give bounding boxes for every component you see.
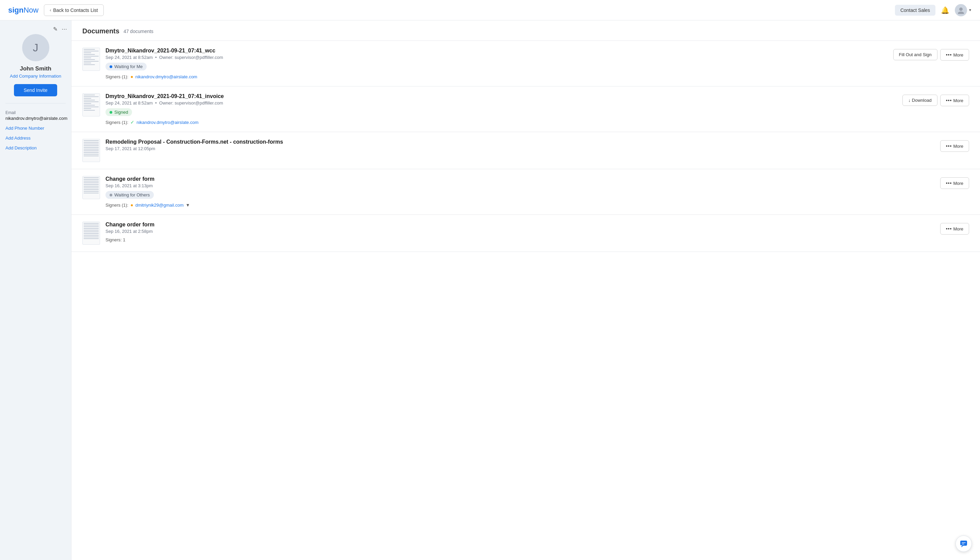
badge-dot-icon [110,194,112,197]
avatar [955,4,967,16]
badge-dot-icon [110,65,112,68]
signer-status-icon: ● [130,202,133,208]
doc-actions: Fill Out and Sign ••• More [893,49,969,61]
download-button[interactable]: ↓ Download [902,95,937,106]
download-icon: ↓ [908,98,910,103]
table-row: Change order form Sep 16, 2021 at 3:13pm… [72,169,980,215]
doc-content: Dmytro_Nikandrov_2021-09-21_07:41_invoic… [105,93,897,125]
doc-content: Dmytro_Nikandrov_2021-09-21_07:41_wcc Se… [105,48,888,79]
more-label: More [953,181,963,186]
main-content: Documents 47 documents [72,20,980,560]
sidebar-actions: ✎ ⋯ [53,26,67,32]
contact-sidebar: ✎ ⋯ J John Smith Add Company Information… [0,20,72,560]
doc-content: Change order form Sep 16, 2021 at 3:13pm… [105,176,935,208]
send-invite-button[interactable]: Send Invite [14,84,57,96]
add-address-link[interactable]: Add Address [5,135,66,141]
doc-actions: ••• More [940,177,969,189]
more-button[interactable]: ••• More [940,223,969,235]
doc-actions: ↓ Download ••• More [902,95,969,106]
table-row: Remodeling Proposal - Construction-Forms… [72,132,980,169]
fill-out-sign-label: Fill Out and Sign [899,52,932,57]
table-row: Dmytro_Nikandrov_2021-09-21_07:41_wcc Se… [72,41,980,87]
doc-actions: ••• More [940,223,969,235]
more-options-button[interactable]: ⋯ [62,26,67,32]
more-dots-icon: ••• [946,143,952,149]
fill-out-sign-button[interactable]: Fill Out and Sign [893,49,937,60]
svg-point-0 [959,7,963,11]
status-badge: Signed [105,108,132,116]
doc-thumbnail [82,176,100,199]
doc-actions: ••• More [940,140,969,152]
signers-info: Signers (1): ● dmitriynik29@gmail.com ▼ [105,202,935,208]
more-dots-icon: ••• [946,180,952,186]
signers-info: Signers (1): ✓ nikandrov.dmytro@airslate… [105,120,897,125]
signers-label: Signers: 1 [105,237,126,242]
email-label: Email [5,110,66,115]
logo: signNow [8,6,38,15]
more-button[interactable]: ••• More [940,177,969,189]
table-row: Change order form Sep 16, 2021 at 2:58pm… [72,215,980,252]
signers-label: Signers (1): [105,203,128,208]
doc-name: Change order form [105,176,935,182]
doc-name: Change order form [105,222,935,228]
add-company-link[interactable]: Add Company Information [10,73,61,78]
add-description-link[interactable]: Add Description [5,145,66,150]
doc-thumbnail [82,139,100,162]
doc-thumbnail [82,222,100,245]
add-phone-link[interactable]: Add Phone Number [5,126,66,131]
user-avatar-dropdown[interactable]: ▼ [955,4,972,16]
documents-title: Documents [82,27,120,35]
doc-meta: Sep 16, 2021 at 3:13pm [105,183,935,188]
signer-status-icon: ✓ [130,120,135,125]
more-dots-icon: ••• [946,52,952,58]
signers-info: Signers: 1 [105,237,935,242]
signer-dropdown-icon[interactable]: ▼ [185,203,190,208]
chat-bubble-button[interactable] [955,535,972,552]
app-header: signNow ‹ Back to Contacts List Contact … [0,0,980,20]
more-button[interactable]: ••• More [940,49,969,61]
more-button[interactable]: ••• More [940,140,969,152]
signer-email[interactable]: dmitriynik29@gmail.com [135,203,184,208]
doc-meta: Sep 17, 2021 at 12:05pm [105,146,935,151]
svg-point-1 [958,12,964,14]
more-label: More [953,144,963,149]
more-label: More [953,52,963,58]
doc-content: Change order form Sep 16, 2021 at 2:58pm… [105,222,935,242]
signer-status-icon: ● [130,74,133,79]
back-to-contacts-button[interactable]: ‹ Back to Contacts List [44,5,104,16]
badge-label: Signed [114,110,128,115]
table-row: Dmytro_Nikandrov_2021-09-21_07:41_invoic… [72,87,980,132]
signer-email[interactable]: nikandrov.dmytro@airslate.com [136,120,198,125]
status-badge: Waiting for Me [105,63,146,70]
email-value: nikandrov.dmytro@airslate.com [5,116,66,121]
doc-thumbnail [82,48,100,71]
doc-name: Remodeling Proposal - Construction-Forms… [105,139,935,145]
main-layout: ✎ ⋯ J John Smith Add Company Information… [0,20,980,560]
badge-dot-icon [110,111,112,114]
contact-name: John Smith [20,65,52,72]
contact-info: Email nikandrov.dmytro@airslate.com Add … [5,110,66,150]
more-dots-icon: ••• [946,226,952,232]
more-button[interactable]: ••• More [940,95,969,106]
notification-bell-icon[interactable]: 🔔 [941,6,949,14]
doc-meta: Sep 16, 2021 at 2:58pm [105,229,935,234]
contact-sales-button[interactable]: Contact Sales [895,5,935,16]
logo-now: Now [23,6,38,14]
doc-meta: Sep 24, 2021 at 8:52am • Owner: supervis… [105,100,897,105]
more-dots-icon: ••• [946,98,952,103]
signer-email[interactable]: nikandrov.dmytro@airslate.com [135,74,197,79]
signers-label: Signers (1): [105,74,128,79]
doc-content: Remodeling Proposal - Construction-Forms… [105,139,935,151]
back-button-label: Back to Contacts List [53,7,98,13]
documents-header: Documents 47 documents [72,20,980,41]
doc-name: Dmytro_Nikandrov_2021-09-21_07:41_wcc [105,48,888,54]
edit-contact-button[interactable]: ✎ [53,26,58,32]
status-badge: Waiting for Others [105,191,154,199]
sidebar-divider [5,103,66,103]
doc-meta: Sep 24, 2021 at 8:52am • Owner: supervis… [105,55,888,60]
more-label: More [953,227,963,232]
download-label: Download [912,98,932,103]
badge-label: Waiting for Me [114,64,143,69]
header-left: signNow ‹ Back to Contacts List [8,5,104,16]
signers-label: Signers (1): [105,120,128,125]
